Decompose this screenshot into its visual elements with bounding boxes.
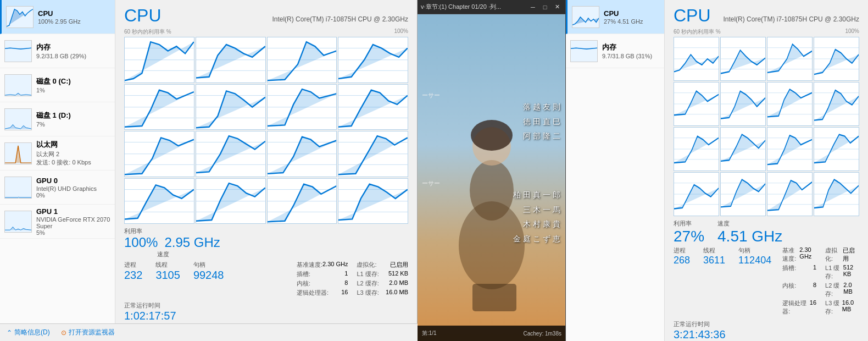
detail-basespeed-left: 基准速度: 2.30 GHz [297, 261, 348, 269]
handle-value-right: 112404 [738, 255, 771, 266]
sidebar-info-gpu0: GPU 0 Intel(R) UHD Graphics0% [36, 177, 110, 199]
cpu-cell-9 [124, 131, 194, 177]
right-cpu-cell-16 [814, 172, 859, 216]
stat-utilization-left: 利用率 100% 2.95 GHz 速度 [124, 227, 220, 258]
right-main-title: CPU [674, 6, 711, 26]
right-cpu-cell-7 [767, 82, 813, 126]
detail-cores-left: 内核: 8 [297, 279, 348, 288]
minimize-btn[interactable]: ─ [528, 2, 538, 12]
handle-label-right: 句柄 [738, 246, 771, 255]
captions-1-block: 落 越 友 則徳 田 直 巳阿 部 隆 二 [523, 100, 560, 144]
cpu-cell-3 [267, 37, 337, 83]
sidebar-right-cpu-title: CPU [604, 9, 660, 18]
speed-value-right: 4.51 GHz [717, 228, 782, 245]
speed-label-left: 速度 [157, 250, 220, 258]
sidebar-disk1-subtitle: 7% [36, 121, 110, 128]
sidebar-thumb-disk0 [4, 74, 32, 96]
sidebar-thumb-cpu [6, 6, 34, 28]
uptime-section-right: 正常运行时间 3:21:43:36 [674, 320, 859, 341]
sidebar-cpu-title: CPU [38, 9, 110, 18]
sidebar-left: CPU 100% 2.95 GHz 内存 9.2/31.8 GB (29%) [0, 0, 115, 341]
summary-label: 简略信息(D) [14, 328, 50, 337]
speed-value-left: 2.95 GHz [164, 235, 220, 250]
uptime-value-left: 1:02:17:57 [124, 310, 408, 322]
sidebar-right-mem[interactable]: 内存 9.7/31.8 GB (31%) [566, 34, 664, 68]
video-title-bar: v·章节:(1) Chapter 01/20 ·列... ─ □ ✕ [418, 0, 565, 14]
sidebar-right-mem-title: 内存 [602, 42, 660, 52]
sidebar-item-gpu0[interactable]: GPU 0 Intel(R) UHD Graphics0% [0, 170, 115, 205]
right-main-subtitle: Intel(R) Core(TM) i7-10875H CPU @ 2.30GH… [723, 15, 859, 23]
util-value-right: 27% [674, 228, 704, 245]
sidebar-item-gpu1[interactable]: GPU 1 NVIDIA GeForce RTX 2070 Super5% [0, 205, 115, 239]
caption-label-1: ーサー [422, 91, 440, 100]
detail-section-left: 基准速度: 2.30 GHz 虚拟化: 已启用 插槽: 1 L1 缓存: 512… [297, 261, 408, 298]
detail-sockets-right: 插槽: 1 [782, 264, 816, 280]
stats-row-right: 进程 268 线程 3611 句柄 112404 [674, 246, 771, 317]
util-label-right: 利用率 [674, 220, 692, 227]
sidebar-right-thumb-mem [570, 40, 598, 62]
cpu-cell-7 [267, 84, 337, 130]
proc-label-left: 进程 [124, 261, 142, 269]
sidebar-thumb-net [4, 142, 32, 164]
right-cpu-cell-2 [720, 37, 766, 81]
cpu-cell-11 [267, 131, 337, 177]
right-cpu-cell-11 [767, 127, 813, 171]
video-content: ーサー 落 越 友 則徳 田 直 巳阿 部 隆 二 ーサー 柏 田 真 一 郎三… [418, 14, 566, 341]
task-manager-right: CPU 27% 4.51 GHz 内存 9.7/31.8 GB (31%) CP… [566, 0, 868, 341]
right-cpu-cell-8 [814, 82, 859, 126]
sidebar-item-disk1[interactable]: 磁盘 1 (D:) 7% [0, 102, 115, 136]
stats-row-left: 进程 232 线程 3105 句柄 99248 [124, 261, 224, 298]
cpu-cell-2 [196, 37, 266, 83]
sidebar-gpu0-subtitle: Intel(R) UHD Graphics0% [36, 185, 110, 199]
open-monitor-label: 打开资源监视器 [69, 328, 115, 337]
cpu-cell-5 [124, 84, 194, 130]
svg-rect-5 [5, 177, 31, 198]
sidebar-gpu0-title: GPU 0 [36, 177, 110, 185]
graph-label-left-text: 60 秒内的利用率 % [124, 28, 171, 36]
captions-2-block: 柏 田 真 一 郎三 木 一 馬木 村 康 貴金 庭 こ ず 恵 [513, 188, 560, 246]
detail-virt-left: 虚拟化: 已启用 [357, 261, 408, 269]
cpu-cell-1 [124, 37, 194, 83]
util-value-left: 100% [124, 235, 158, 250]
sidebar-disk0-title: 磁盘 0 (C:) [36, 76, 110, 86]
proc-value-left: 232 [124, 269, 142, 282]
cpu-grid-right [674, 37, 859, 216]
sidebar-right-mem-subtitle: 9.7/31.8 GB (31%) [602, 53, 660, 59]
sidebar-right-cpu[interactable]: CPU 27% 4.51 GHz [566, 0, 664, 34]
open-resource-monitor-btn[interactable]: ⊙ 打开资源监视器 [61, 328, 115, 337]
video-position: 第:1/1 [422, 329, 437, 337]
sidebar-item-cpu[interactable]: CPU 100% 2.95 GHz [0, 0, 115, 34]
svg-rect-62 [571, 41, 597, 62]
sidebar-info-disk1: 磁盘 1 (D:) 7% [36, 111, 110, 128]
proc-label-right: 进程 [674, 246, 690, 255]
svg-point-59 [471, 120, 513, 151]
sidebar-right-info-mem: 内存 9.7/31.8 GB (31%) [602, 42, 660, 59]
detail-l1-left: L1 缓存: 512 KB [357, 270, 408, 278]
detail-section-right: 基准速度: 2.30 GHz 虚拟化: 已启用 插槽: 1 L1 缓存: 512… [782, 246, 859, 317]
right-cpu-cell-10 [720, 127, 766, 171]
sidebar-info-disk0: 磁盘 0 (C:) 1% [36, 76, 110, 94]
thread-value-right: 3611 [703, 255, 725, 266]
summary-info-btn[interactable]: ⌃ 简略信息(D) [7, 328, 50, 337]
thread-value-left: 3105 [155, 269, 180, 282]
cpu-cell-6 [196, 84, 266, 130]
sidebar-cpu-subtitle: 100% 2.95 GHz [38, 18, 110, 25]
right-cpu-cell-5 [674, 82, 719, 126]
maximize-btn[interactable]: □ [540, 2, 550, 12]
sidebar-disk0-subtitle: 1% [36, 87, 110, 94]
cpu-cell-8 [338, 84, 408, 130]
stat-utilization-right: 利用率 27% 速度 4.51 GHz [674, 219, 782, 245]
sidebar-item-disk0[interactable]: 磁盘 0 (C:) 1% [0, 68, 115, 102]
cpu-cell-10 [196, 131, 266, 177]
sidebar-right-cpu-subtitle: 27% 4.51 GHz [604, 18, 660, 25]
sidebar-item-net[interactable]: 以太网 以太网 2发送: 0 接收: 0 Kbps [0, 136, 115, 170]
uptime-label-left: 正常运行时间 [124, 301, 408, 310]
cpu-cell-16 [338, 178, 408, 224]
cpu-cell-4 [338, 37, 408, 83]
svg-rect-61 [572, 7, 599, 28]
video-title: v·章节:(1) Chapter 01/20 ·列... [421, 3, 528, 11]
sidebar-item-mem[interactable]: 内存 9.2/31.8 GB (29%) [0, 34, 115, 68]
detail-l3-left: L3 缓存: 16.0 MB [357, 289, 408, 297]
close-btn[interactable]: ✕ [552, 2, 562, 12]
detail-basespeed-right: 基准速度: 2.30 GHz [782, 246, 816, 263]
